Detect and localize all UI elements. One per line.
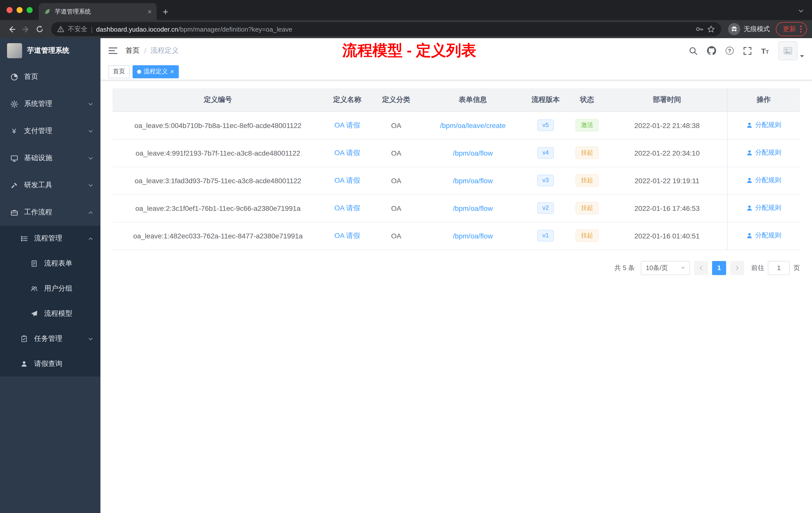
sidebar-item-label: 首页 xyxy=(24,72,93,81)
definition-name-link[interactable]: OA 请假 xyxy=(335,121,360,129)
search-icon[interactable] xyxy=(689,47,697,55)
cell-definition-name[interactable]: OA 请假 xyxy=(323,222,371,249)
browser-tab[interactable]: 芋道管理系统 × xyxy=(39,3,157,20)
back-icon[interactable] xyxy=(5,23,18,36)
reload-icon[interactable] xyxy=(33,23,46,36)
cell-form-info[interactable]: /bpm/oa/flow xyxy=(421,222,524,249)
form-info-link[interactable]: /bpm/oa/flow xyxy=(453,204,493,212)
tools-icon xyxy=(10,181,18,189)
tag-close-icon[interactable]: × xyxy=(170,68,174,75)
jump-suffix: 页 xyxy=(793,263,800,272)
sidebar-item-process-management[interactable]: 流程管理 xyxy=(0,226,100,251)
sidebar-toggle-icon[interactable] xyxy=(109,47,117,55)
chevron-down-icon xyxy=(88,101,93,107)
jump-page-input[interactable] xyxy=(768,261,790,275)
sidebar-item-workflow[interactable]: 工作流程 xyxy=(0,199,100,226)
definition-name-link[interactable]: OA 请假 xyxy=(335,204,360,212)
definition-name-link[interactable]: OA 请假 xyxy=(335,231,360,239)
table-header-row: 定义编号 定义名称 定义分类 表单信息 流程版本 状态 部署时间 操作 xyxy=(113,88,800,112)
github-icon[interactable] xyxy=(707,46,716,55)
sidebar-item-process-model[interactable]: 流程模型 xyxy=(0,301,100,326)
chevron-down-icon xyxy=(88,336,93,341)
assign-rule-link[interactable]: 分配规则 xyxy=(746,121,781,130)
cell-action[interactable]: 分配规则 xyxy=(727,167,800,194)
form-info-link[interactable]: /bpm/oa/flow xyxy=(453,149,493,157)
cell-form-info[interactable]: /bpm/oa/leave/create xyxy=(421,112,524,139)
cell-action[interactable]: 分配规则 xyxy=(727,112,800,139)
assign-rule-link[interactable]: 分配规则 xyxy=(746,176,781,185)
maximize-window-button[interactable] xyxy=(27,7,33,13)
new-tab-button[interactable]: + xyxy=(163,7,168,17)
person-icon xyxy=(746,205,753,211)
sidebar-item-leave-query[interactable]: 请假查询 xyxy=(0,351,100,376)
next-page-button[interactable] xyxy=(730,261,744,275)
page-number-1[interactable]: 1 xyxy=(712,261,726,275)
tag-home[interactable]: 首页 xyxy=(109,65,129,78)
cell-status: 挂起 xyxy=(567,222,607,249)
chevron-down-icon xyxy=(800,55,804,59)
forward-icon[interactable] xyxy=(19,23,32,36)
version-tag: v5 xyxy=(537,119,554,131)
user-menu[interactable] xyxy=(778,41,804,60)
app-logo[interactable]: 芋道管理系统 xyxy=(0,38,100,63)
sidebar-item-user-group[interactable]: 用户分组 xyxy=(0,276,100,301)
close-window-button[interactable] xyxy=(6,7,12,13)
cell-category: OA xyxy=(371,139,421,167)
definition-table: 定义编号 定义名称 定义分类 表单信息 流程版本 状态 部署时间 操作 oa_l… xyxy=(113,88,800,250)
tag-process-definition[interactable]: 流程定义 × xyxy=(133,65,178,78)
cell-form-info[interactable]: /bpm/oa/flow xyxy=(421,167,524,194)
help-icon[interactable]: ? xyxy=(725,47,733,55)
cell-action[interactable]: 分配规则 xyxy=(727,139,800,167)
column-header-version: 流程版本 xyxy=(524,88,567,112)
key-icon[interactable] xyxy=(696,25,703,33)
sidebar-item-task-management[interactable]: 任务管理 xyxy=(0,326,100,351)
address-bar[interactable]: 不安全 | dashboard.yudao.iocoder.cn/bpm/man… xyxy=(51,22,721,36)
more-vertical-icon[interactable] xyxy=(800,25,802,33)
screen: 芋道管理系统 × + 不安全 | dashboard.yudao.iocoder… xyxy=(0,0,812,513)
assign-rule-link[interactable]: 分配规则 xyxy=(746,204,781,213)
column-header-status: 状态 xyxy=(567,88,607,112)
fullscreen-icon[interactable] xyxy=(743,47,752,55)
minimize-window-button[interactable] xyxy=(17,7,23,13)
prev-page-button[interactable] xyxy=(694,261,708,275)
annotation: 流程模型 - 定义列表 xyxy=(342,40,476,61)
sidebar-item-home[interactable]: 首页 xyxy=(0,63,100,90)
chevron-down-icon xyxy=(88,155,93,161)
tab-close-icon[interactable]: × xyxy=(148,8,152,15)
cell-definition-name[interactable]: OA 请假 xyxy=(323,194,371,222)
cell-form-info[interactable]: /bpm/oa/flow xyxy=(421,194,524,222)
definition-name-link[interactable]: OA 请假 xyxy=(335,176,360,184)
page-jump: 前往 页 xyxy=(751,261,800,275)
cell-version: v3 xyxy=(524,167,567,194)
sidebar-item-process-form[interactable]: 流程表单 xyxy=(0,251,100,276)
cell-category: OA xyxy=(371,112,421,139)
cell-definition-name[interactable]: OA 请假 xyxy=(323,139,371,167)
sidebar-item-infrastructure[interactable]: 基础设施 xyxy=(0,145,100,172)
form-info-link[interactable]: /bpm/oa/flow xyxy=(453,176,493,184)
sidebar-item-system[interactable]: 系统管理 xyxy=(0,90,100,117)
form-info-link[interactable]: /bpm/oa/leave/create xyxy=(440,121,506,129)
cell-definition-name[interactable]: OA 请假 xyxy=(323,167,371,194)
sidebar-item-devtools[interactable]: 研发工具 xyxy=(0,172,100,199)
definition-name-link[interactable]: OA 请假 xyxy=(335,148,360,156)
cell-action[interactable]: 分配规则 xyxy=(727,222,800,249)
avatar[interactable] xyxy=(778,41,798,60)
active-dot xyxy=(137,69,141,73)
breadcrumb-home[interactable]: 首页 xyxy=(125,46,140,55)
assign-rule-link[interactable]: 分配规则 xyxy=(746,148,781,157)
incognito-indicator: 无痕模式 xyxy=(728,23,770,35)
monitor-icon xyxy=(10,154,18,162)
task-icon xyxy=(20,335,28,343)
form-info-link[interactable]: /bpm/oa/flow xyxy=(453,232,493,240)
cell-form-info[interactable]: /bpm/oa/flow xyxy=(421,139,524,167)
tab-search-chevron-down-icon[interactable] xyxy=(798,8,804,14)
font-size-icon[interactable]: TT xyxy=(761,47,769,55)
update-button[interactable]: 更新 xyxy=(776,22,807,36)
sidebar-item-payment[interactable]: ¥ 支付管理 xyxy=(0,117,100,145)
cell-definition-name[interactable]: OA 请假 xyxy=(323,112,371,139)
cell-action[interactable]: 分配规则 xyxy=(727,194,800,222)
bookmark-star-icon[interactable] xyxy=(707,25,715,33)
assign-rule-link[interactable]: 分配规则 xyxy=(746,231,781,240)
workflow-submenu: 流程管理 流程表单 用户分组 xyxy=(0,226,100,376)
page-size-select[interactable]: 10条/页 xyxy=(641,261,690,275)
